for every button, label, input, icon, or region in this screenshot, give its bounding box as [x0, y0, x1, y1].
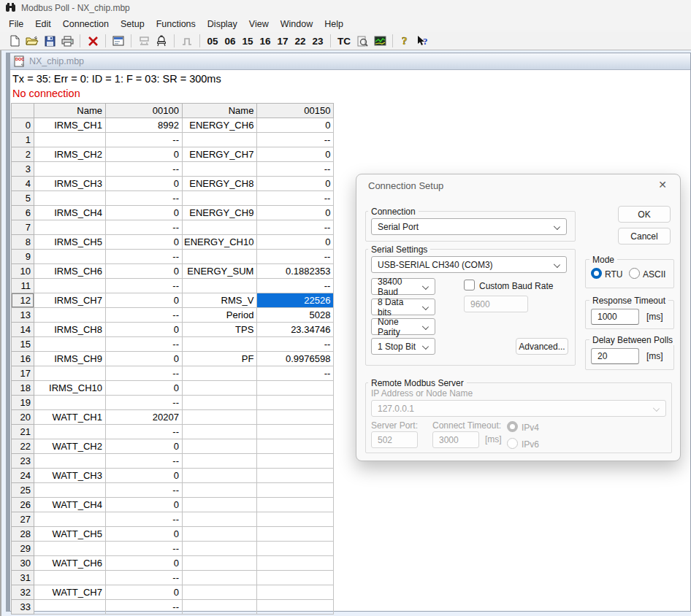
grid-cell[interactable]: IRMS_CH5 — [34, 235, 106, 250]
grid-cell[interactable] — [34, 483, 106, 498]
grid-cell[interactable] — [34, 600, 106, 615]
menu-item-edit[interactable]: Edit — [29, 17, 57, 31]
grid-cell[interactable]: -- — [257, 133, 334, 147]
menu-item-connection[interactable]: Connection — [57, 17, 115, 31]
grid-cell[interactable] — [257, 381, 334, 396]
grid-cell[interactable]: 8992 — [106, 118, 183, 133]
serial-port-select[interactable]: USB-SERIAL CH340 (COM3) — [371, 256, 567, 273]
grid-cell[interactable]: ENERGY_CH6 — [183, 118, 257, 133]
grid-cell[interactable] — [183, 571, 257, 585]
grid-cell[interactable] — [183, 483, 257, 498]
grid-cell[interactable]: -- — [106, 220, 183, 235]
grid-cell[interactable]: -- — [257, 366, 334, 381]
server-port-input[interactable]: 502 — [371, 431, 418, 448]
grid-cell[interactable]: WATT_CH6 — [34, 556, 106, 571]
grid-cell[interactable]: -- — [257, 337, 334, 352]
data-bits-select[interactable]: 8 Data bits — [371, 299, 435, 315]
grid-cell[interactable]: -- — [257, 279, 334, 293]
grid-cell[interactable]: 0 — [106, 585, 183, 600]
grid-cell[interactable] — [257, 439, 334, 454]
grid-cell[interactable] — [34, 250, 106, 264]
grid-cell[interactable]: ENERGY_CH7 — [183, 147, 257, 162]
grid-cell[interactable] — [183, 439, 257, 454]
grid-cell[interactable]: 0 — [106, 352, 183, 366]
grid-cell[interactable]: 5028 — [257, 308, 334, 323]
connection-type-select[interactable]: Serial Port — [371, 218, 567, 235]
grid-cell[interactable]: -- — [106, 396, 183, 410]
grid-cell[interactable] — [257, 410, 334, 425]
grid-cell[interactable]: ENERGY_CH8 — [183, 177, 257, 191]
grid-cell[interactable] — [257, 483, 334, 498]
ok-button[interactable]: OK — [618, 206, 671, 223]
grid-cell[interactable] — [34, 191, 106, 206]
ipv4-radio[interactable] — [507, 421, 518, 432]
grid-cell[interactable] — [34, 162, 106, 177]
grid-cell[interactable] — [257, 600, 334, 615]
ascii-radio-label[interactable]: ASCII — [643, 269, 665, 280]
grid-cell[interactable]: -- — [106, 600, 183, 615]
grid-cell[interactable] — [34, 337, 106, 352]
grid-cell[interactable]: PF — [183, 352, 257, 366]
menu-item-setup[interactable]: Setup — [115, 17, 150, 31]
grid-cell[interactable] — [183, 366, 257, 381]
delay-input[interactable]: 20 — [591, 348, 639, 364]
grid-cell[interactable]: -- — [257, 162, 334, 177]
grid-cell[interactable]: IRMS_CH8 — [34, 323, 106, 337]
baud-rate-select[interactable]: 38400 Baud — [371, 278, 435, 295]
menu-item-file[interactable]: File — [3, 17, 29, 31]
grid-cell[interactable]: -- — [106, 308, 183, 323]
grid-cell[interactable] — [183, 279, 257, 293]
grid-cell[interactable]: IRMS_CH6 — [34, 264, 106, 279]
grid-cell[interactable]: WATT_CH2 — [34, 439, 106, 454]
grid-cell[interactable]: -- — [106, 512, 183, 527]
grid-cell[interactable]: RMS_V — [183, 293, 257, 308]
grid-cell[interactable]: 0 — [106, 556, 183, 571]
plot-button[interactable] — [372, 34, 388, 49]
grid-cell[interactable]: -- — [106, 571, 183, 585]
menu-item-display[interactable]: Display — [202, 17, 243, 31]
grid-cell[interactable] — [34, 279, 106, 293]
grid-cell[interactable] — [183, 191, 257, 206]
grid-cell[interactable] — [257, 469, 334, 483]
parity-select[interactable]: None Parity — [371, 318, 435, 335]
grid-cell[interactable]: 0 — [106, 264, 183, 279]
grid-cell[interactable] — [183, 600, 257, 615]
grid-cell[interactable]: 0 — [106, 147, 183, 162]
grid-cell[interactable]: ENERGY_SUM — [183, 264, 257, 279]
grid-cell[interactable]: -- — [106, 454, 183, 469]
grid-cell[interactable] — [257, 396, 334, 410]
grid-cell[interactable] — [34, 396, 106, 410]
stop-bits-select[interactable]: 1 Stop Bit — [371, 338, 435, 355]
grid-cell[interactable]: 0 — [257, 177, 334, 191]
new-file-button[interactable] — [7, 34, 23, 49]
grid-cell[interactable]: ENERGY_CH10 — [183, 235, 257, 250]
grid-cell[interactable] — [183, 250, 257, 264]
func-17-button[interactable]: 17 — [275, 34, 291, 49]
grid-cell[interactable] — [183, 512, 257, 527]
grid-cell[interactable]: 0 — [106, 293, 183, 308]
grid-cell[interactable]: ENERGY_CH9 — [183, 206, 257, 220]
grid-cell[interactable] — [183, 410, 257, 425]
grid-cell[interactable] — [183, 542, 257, 556]
func-16-button[interactable]: 16 — [257, 34, 273, 49]
ipv6-radio[interactable] — [507, 438, 518, 449]
grid-cell[interactable]: -- — [106, 366, 183, 381]
func-22-button[interactable]: 22 — [292, 34, 308, 49]
menu-item-window[interactable]: Window — [275, 17, 318, 31]
grid-cell[interactable] — [34, 366, 106, 381]
print-button[interactable] — [59, 34, 75, 49]
grid-cell[interactable]: -- — [106, 337, 183, 352]
grid-cell[interactable] — [34, 133, 106, 147]
grid-cell[interactable] — [257, 542, 334, 556]
open-file-button[interactable] — [24, 34, 40, 49]
close-icon[interactable]: ✕ — [655, 179, 670, 190]
ip-address-select[interactable]: 127.0.0.1 — [371, 400, 666, 417]
grid-cell[interactable] — [257, 585, 334, 600]
grid-cell[interactable]: 23.34746 — [257, 323, 334, 337]
grid-cell[interactable]: -- — [106, 542, 183, 556]
grid-cell[interactable] — [34, 308, 106, 323]
grid-cell[interactable]: -- — [257, 250, 334, 264]
grid-cell[interactable]: -- — [257, 220, 334, 235]
grid-cell[interactable]: WATT_CH5 — [34, 527, 106, 542]
grid-cell[interactable]: IRMS_CH9 — [34, 352, 106, 366]
